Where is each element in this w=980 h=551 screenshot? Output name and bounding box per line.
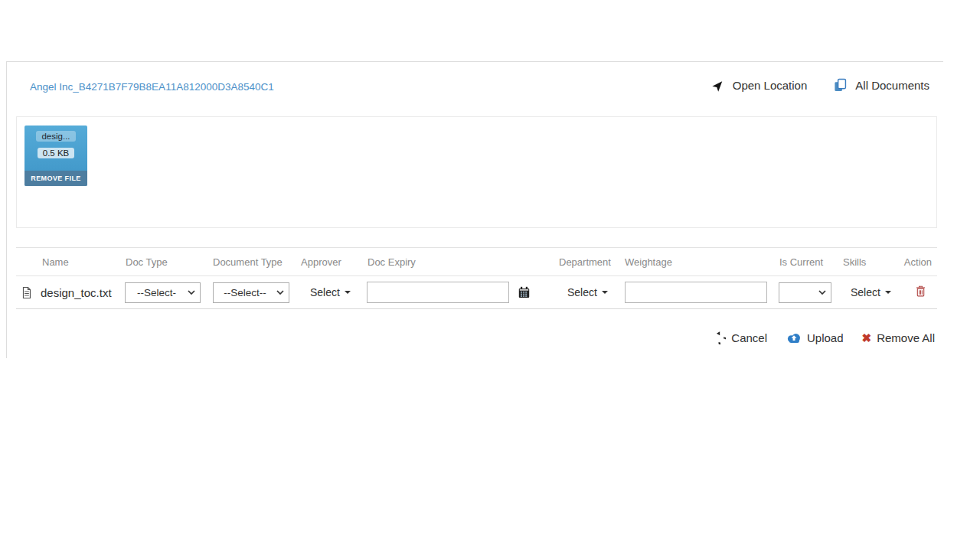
- file-size-pill: 0.5 KB: [38, 148, 75, 158]
- approver-select-button[interactable]: Select: [310, 286, 351, 298]
- cell-weightage: [625, 282, 776, 303]
- is-current-select[interactable]: [779, 282, 831, 303]
- department-select-button[interactable]: Select: [567, 286, 608, 298]
- file-dropzone: desig... 0.5 KB REMOVE FILE: [16, 116, 937, 228]
- caret-down-icon: [602, 291, 608, 294]
- file-name-pill: desig...: [36, 131, 75, 142]
- open-location-button[interactable]: Open Location: [712, 79, 808, 92]
- col-header-approver: Approver: [301, 256, 367, 268]
- weightage-input[interactable]: [625, 282, 767, 303]
- col-header-action: Action: [897, 256, 937, 268]
- file-preview-card[interactable]: desig... 0.5 KB REMOVE FILE: [24, 126, 87, 186]
- table-row: design_toc.txt --Select- --Select--: [16, 276, 937, 309]
- location-arrow-icon: [712, 79, 725, 92]
- cell-doc-type: --Select-: [125, 282, 213, 303]
- caret-down-icon: [345, 291, 351, 294]
- caret-down-icon: [885, 291, 891, 294]
- doc-type-select[interactable]: --Select-: [125, 282, 201, 303]
- cell-action: [897, 285, 937, 299]
- cell-department: Select: [544, 286, 625, 298]
- remove-file-button[interactable]: REMOVE FILE: [24, 171, 87, 186]
- all-documents-label: All Documents: [855, 79, 929, 92]
- cell-document-type: --Select--: [213, 282, 301, 303]
- documents-grid: Name Doc Type Document Type Approver Doc…: [16, 247, 937, 309]
- documents-copy-icon: [833, 78, 848, 93]
- col-header-weightage: Weightage: [625, 256, 776, 268]
- skills-select-button[interactable]: Select: [851, 286, 891, 298]
- col-header-department: Department: [544, 256, 625, 268]
- col-header-doc-expiry: Doc Expiry: [367, 256, 544, 268]
- document-type-select[interactable]: --Select--: [213, 282, 289, 303]
- top-actions: Open Location All Documents: [712, 78, 929, 93]
- undo-rotate-icon: [713, 331, 726, 344]
- cell-name: design_toc.txt: [16, 286, 125, 299]
- col-header-document-type: Document Type: [213, 256, 301, 268]
- doc-expiry-input[interactable]: [367, 282, 509, 303]
- all-documents-button[interactable]: All Documents: [833, 78, 929, 93]
- x-icon: ✖: [862, 332, 872, 344]
- cell-doc-expiry: [367, 282, 544, 303]
- entity-file-link[interactable]: Angel Inc_B4271B7F79B8EA11A812000D3A8540…: [30, 81, 274, 93]
- cell-approver: Select: [301, 286, 367, 298]
- trash-icon: [916, 285, 926, 297]
- file-text-icon: [21, 286, 33, 299]
- col-header-doc-type: Doc Type: [125, 256, 213, 268]
- grid-header-row: Name Doc Type Document Type Approver Doc…: [16, 247, 937, 276]
- cell-skills: Select: [839, 286, 897, 298]
- cancel-button[interactable]: Cancel: [713, 331, 767, 344]
- footer-actions: Cancel Upload ✖ Remove All: [713, 331, 935, 344]
- cloud-upload-icon: [786, 332, 802, 344]
- col-header-name: Name: [16, 256, 125, 268]
- delete-row-button[interactable]: [916, 285, 926, 297]
- open-location-label: Open Location: [733, 79, 808, 92]
- col-header-skills: Skills: [839, 256, 897, 268]
- file-name-text: design_toc.txt: [41, 286, 112, 299]
- upload-button[interactable]: Upload: [786, 331, 844, 344]
- col-header-is-current: Is Current: [776, 256, 839, 268]
- cell-is-current: [776, 282, 839, 303]
- calendar-icon[interactable]: [518, 286, 530, 298]
- remove-all-button[interactable]: ✖ Remove All: [862, 331, 935, 344]
- upload-panel: Angel Inc_B4271B7F79B8EA11A812000D3A8540…: [6, 61, 943, 358]
